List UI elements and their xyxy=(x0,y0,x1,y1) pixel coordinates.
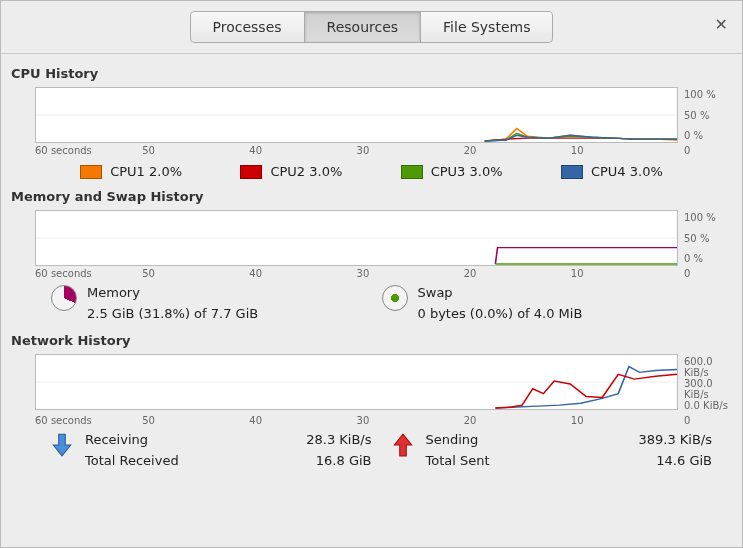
swatch-cpu2[interactable] xyxy=(240,165,262,179)
cpu-y-top: 100 % xyxy=(684,89,732,100)
xt-50: 50 xyxy=(142,415,249,426)
sending-label: Sending xyxy=(426,432,619,447)
net-receiving-col: Receiving 28.3 KiB/s Total Received 16.8… xyxy=(51,432,372,468)
memory-value: 2.5 GiB (31.8%) of 7.7 GiB xyxy=(87,300,258,321)
xt-40: 40 xyxy=(249,145,356,156)
legend-cpu1: CPU1 2.0% xyxy=(80,164,182,179)
upload-arrow-icon xyxy=(392,432,414,458)
net-y-bot: 0.0 KiB/s xyxy=(684,400,732,411)
mem-history-title: Memory and Swap History xyxy=(11,181,732,210)
swap-label: Swap xyxy=(418,285,583,300)
legend-cpu2: CPU2 3.0% xyxy=(240,164,342,179)
net-y-top: 600.0 KiB/s xyxy=(684,356,732,378)
mem-y-top: 100 % xyxy=(684,212,732,223)
resources-content: CPU History 100 % 50 % 0 % 60 seconds 50… xyxy=(1,53,742,482)
net-yaxis: 600.0 KiB/s 300.0 KiB/s 0.0 KiB/s xyxy=(678,354,732,413)
label-cpu4: CPU4 3.0% xyxy=(591,164,663,179)
mem-swap-col: Swap 0 bytes (0.0%) of 4.0 MiB xyxy=(382,285,713,321)
mem-chart-svg xyxy=(36,211,677,265)
mem-memory-text: Memory 2.5 GiB (31.8%) of 7.7 GiB xyxy=(87,285,258,321)
net-receiving-grid: Receiving 28.3 KiB/s Total Received 16.8… xyxy=(85,432,372,468)
net-sending-col: Sending 389.3 KiB/s Total Sent 14.6 GiB xyxy=(392,432,713,468)
mem-xaxis: 60 seconds 50 40 30 20 10 0 xyxy=(11,266,732,279)
xt-60: 60 seconds xyxy=(35,268,142,279)
total-sent-label: Total Sent xyxy=(426,453,619,468)
xt-40: 40 xyxy=(249,268,356,279)
tab-bar: Processes Resources File Systems ✕ xyxy=(1,1,742,51)
mem-memory-col: Memory 2.5 GiB (31.8%) of 7.7 GiB xyxy=(51,285,382,321)
xt-60: 60 seconds xyxy=(35,145,142,156)
cpu-chart-row: 100 % 50 % 0 % xyxy=(11,87,732,143)
tab-processes[interactable]: Processes xyxy=(190,11,305,43)
net-xaxis: 60 seconds 50 40 30 20 10 0 xyxy=(11,413,732,426)
net-chart-svg xyxy=(36,355,677,409)
cpu-yaxis: 100 % 50 % 0 % xyxy=(678,87,732,143)
cpu-chart xyxy=(35,87,678,143)
swatch-cpu3[interactable] xyxy=(401,165,423,179)
xt-10: 10 xyxy=(571,268,678,279)
cpu-y-bot: 0 % xyxy=(684,130,732,141)
xt-0: 0 xyxy=(678,145,732,156)
close-icon[interactable]: ✕ xyxy=(715,17,728,33)
receiving-rate: 28.3 KiB/s xyxy=(306,432,371,447)
mem-swap-text: Swap 0 bytes (0.0%) of 4.0 MiB xyxy=(418,285,583,321)
legend-cpu3: CPU3 3.0% xyxy=(401,164,503,179)
tab-group: Processes Resources File Systems xyxy=(190,11,554,43)
label-cpu3: CPU3 3.0% xyxy=(431,164,503,179)
receiving-label: Receiving xyxy=(85,432,286,447)
total-received-value: 16.8 GiB xyxy=(306,453,371,468)
cpu-chart-svg xyxy=(36,88,677,142)
xt-20: 20 xyxy=(464,268,571,279)
tab-filesystems[interactable]: File Systems xyxy=(420,11,553,43)
xt-20: 20 xyxy=(464,415,571,426)
xt-0: 0 xyxy=(678,415,732,426)
xt-30: 30 xyxy=(357,415,464,426)
swap-pie-icon[interactable] xyxy=(382,285,408,311)
net-chart-row: 600.0 KiB/s 300.0 KiB/s 0.0 KiB/s xyxy=(11,354,732,413)
cpu-history-title: CPU History xyxy=(11,58,732,87)
net-info-row: Receiving 28.3 KiB/s Total Received 16.8… xyxy=(11,426,732,472)
swap-value: 0 bytes (0.0%) of 4.0 MiB xyxy=(418,300,583,321)
xt-0: 0 xyxy=(678,268,732,279)
swatch-cpu4[interactable] xyxy=(561,165,583,179)
xt-40: 40 xyxy=(249,415,356,426)
mem-chart xyxy=(35,210,678,266)
cpu-xaxis: 60 seconds 50 40 30 20 10 0 xyxy=(11,143,732,156)
total-received-label: Total Received xyxy=(85,453,286,468)
label-cpu2: CPU2 3.0% xyxy=(270,164,342,179)
sending-rate: 389.3 KiB/s xyxy=(638,432,712,447)
xt-20: 20 xyxy=(464,145,571,156)
xt-10: 10 xyxy=(571,415,678,426)
cpu-legend: CPU1 2.0% CPU2 3.0% CPU3 3.0% CPU4 3.0% xyxy=(11,156,732,181)
legend-cpu4: CPU4 3.0% xyxy=(561,164,663,179)
mem-info-row: Memory 2.5 GiB (31.8%) of 7.7 GiB Swap 0… xyxy=(11,279,732,325)
mem-chart-row: 100 % 50 % 0 % xyxy=(11,210,732,266)
swatch-cpu1[interactable] xyxy=(80,165,102,179)
net-history-title: Network History xyxy=(11,325,732,354)
net-y-mid: 300.0 KiB/s xyxy=(684,378,732,400)
xt-30: 30 xyxy=(357,145,464,156)
xt-50: 50 xyxy=(142,145,249,156)
tab-resources[interactable]: Resources xyxy=(304,11,422,43)
memory-pie-icon[interactable] xyxy=(51,285,77,311)
total-sent-value: 14.6 GiB xyxy=(638,453,712,468)
mem-y-mid: 50 % xyxy=(684,233,732,244)
memory-label: Memory xyxy=(87,285,258,300)
xt-10: 10 xyxy=(571,145,678,156)
net-sending-grid: Sending 389.3 KiB/s Total Sent 14.6 GiB xyxy=(426,432,713,468)
mem-y-bot: 0 % xyxy=(684,253,732,264)
xt-50: 50 xyxy=(142,268,249,279)
system-monitor-window: Processes Resources File Systems ✕ CPU H… xyxy=(0,0,743,548)
label-cpu1: CPU1 2.0% xyxy=(110,164,182,179)
net-chart xyxy=(35,354,678,410)
mem-yaxis: 100 % 50 % 0 % xyxy=(678,210,732,266)
cpu-y-mid: 50 % xyxy=(684,110,732,121)
download-arrow-icon xyxy=(51,432,73,458)
xt-60: 60 seconds xyxy=(35,415,142,426)
xt-30: 30 xyxy=(357,268,464,279)
